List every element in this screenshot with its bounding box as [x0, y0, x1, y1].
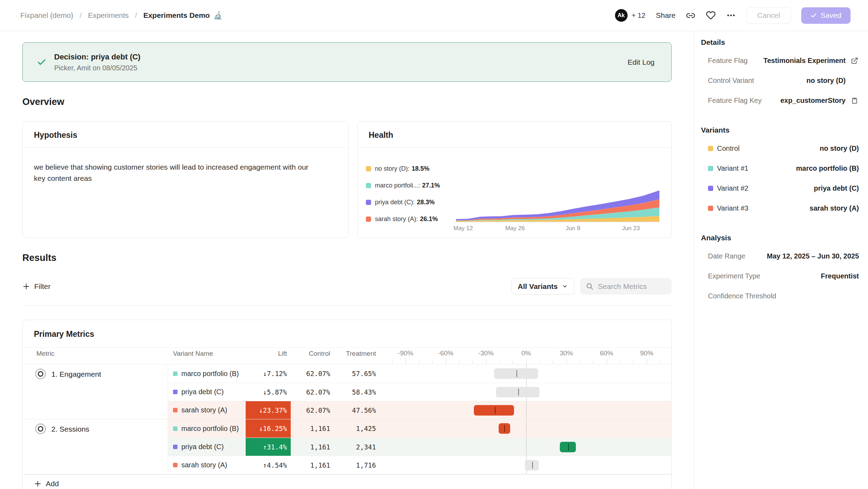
variant-name: priya debt (C) — [181, 443, 224, 451]
more-options-button[interactable] — [726, 10, 736, 20]
legend-swatch — [366, 183, 371, 188]
metrics-search[interactable] — [580, 278, 672, 295]
check-icon — [810, 12, 817, 19]
variant-swatch — [173, 408, 178, 412]
table-row[interactable]: marco portfolio (B) ↓16.25% 1,161 1,425 — [168, 419, 671, 438]
treatment-value: 1,425 — [332, 425, 377, 432]
confidence-interval-bar — [377, 401, 671, 419]
treatment-value: 47.56% — [332, 406, 377, 414]
breadcrumb-project[interactable]: Fixpanel {demo} — [20, 11, 73, 20]
details-heading: Details — [701, 38, 859, 47]
variants-heading: Variants — [701, 126, 859, 134]
share-button[interactable]: Share — [656, 11, 675, 20]
breadcrumb-separator: / — [135, 11, 137, 20]
legend-item: marco portfoli... 27.1% — [366, 177, 454, 194]
top-bar: Fixpanel {demo} / Experiments / Experime… — [0, 0, 868, 31]
analysis-heading: Analysis — [701, 234, 859, 242]
health-card: Health no story (D) 18.5% marco portfoli… — [357, 121, 672, 238]
primary-metrics-card: Primary Metrics Metric Variant Name Lift… — [22, 320, 672, 489]
treatment-value: 57.65% — [332, 370, 377, 377]
hypothesis-card: Hypothesis we believe that showing custo… — [22, 121, 349, 238]
analysis-section: Analysis Date Range May 12, 2025 – Jun 3… — [701, 234, 859, 306]
decision-title: Decision: priya debt (C) — [54, 52, 140, 62]
svg-text:May 12: May 12 — [454, 225, 473, 232]
saved-button[interactable]: Saved — [801, 7, 851, 24]
analysis-row-date-range: Date Range May 12, 2025 – Jun 30, 2025 — [701, 246, 859, 266]
edit-log-button[interactable]: Edit Log — [628, 58, 654, 66]
metric-cell[interactable]: 2. Sessions — [23, 419, 168, 474]
analysis-row-experiment-type: Experiment Type Frequentist — [701, 266, 859, 286]
table-row[interactable]: sarah story (A) ↓23.37% 62.07% 47.56% — [168, 401, 671, 419]
microscope-emoji: 🔬 — [213, 11, 222, 20]
detail-row-control-variant: Control Variant no story (D) — [701, 71, 859, 91]
plus-icon — [22, 283, 30, 290]
breadcrumb-experiments[interactable]: Experiments — [88, 11, 129, 20]
add-metric-button[interactable]: Add — [23, 474, 671, 489]
detail-row-feature-flag: Feature Flag Testimonials Experiment — [701, 51, 859, 71]
lift-value: ↑4.54% — [246, 456, 291, 474]
add-filter-button[interactable]: Filter — [22, 282, 51, 291]
legend-item: no story (D) 18.5% — [366, 160, 454, 177]
table-row[interactable]: marco portfolio (B) ↓7.12% 62.07% 57.65% — [168, 364, 671, 383]
control-value: 1,161 — [291, 425, 332, 432]
lift-axis: -90%-60%-30%0%30%60%90% — [377, 348, 671, 364]
copy-link-button[interactable] — [686, 11, 695, 20]
metric-cell[interactable]: 1. Engagement — [23, 364, 168, 419]
link-icon — [686, 11, 695, 20]
analysis-row-confidence-threshold: Confidence Threshold — [701, 286, 859, 306]
avatar[interactable]: Ak — [615, 9, 628, 22]
variant-swatch — [708, 186, 713, 191]
variant-swatch — [173, 390, 178, 394]
metric-target-icon — [35, 424, 46, 434]
table-row[interactable]: sarah story (A) ↑4.54% 1,161 1,716 — [168, 456, 671, 474]
control-value: 62.07% — [291, 370, 332, 377]
table-row[interactable]: priya debt (C) ↑31.4% 1,161 2,341 — [168, 438, 671, 456]
confidence-interval-bar — [377, 383, 671, 401]
breadcrumb-current: Experiments Demo 🔬 — [143, 11, 222, 20]
variants-filter-dropdown[interactable]: All Variants — [511, 278, 574, 295]
details-sidebar: Details Feature Flag Testimonials Experi… — [694, 31, 868, 489]
variant-name: sarah story (A) — [181, 461, 227, 469]
variant-name: priya debt (C) — [181, 388, 224, 396]
lift-value: ↑31.4% — [246, 438, 291, 456]
main-content: Decision: priya debt (C) Picker, Amit on… — [0, 31, 694, 489]
breadcrumb: Fixpanel {demo} / Experiments / Experime… — [20, 11, 223, 20]
variant-swatch — [173, 371, 178, 376]
svg-text:May 26: May 26 — [505, 225, 525, 232]
table-row[interactable]: priya debt (C) ↓5.87% 62.07% 58.43% — [168, 383, 671, 401]
health-legend: no story (D) 18.5% marco portfoli... 27.… — [366, 155, 454, 237]
column-control: Control — [291, 348, 332, 364]
variant-row-1: Variant #1 marco portfolio (B) — [701, 158, 859, 178]
external-link-icon[interactable] — [851, 57, 858, 65]
breadcrumb-separator: / — [80, 11, 82, 20]
favorite-button[interactable] — [706, 10, 716, 20]
confidence-interval-bar — [377, 456, 671, 474]
results-heading: Results — [22, 253, 672, 263]
variant-swatch — [173, 463, 178, 467]
health-exposure-chart: May 12May 26Jun 9Jun 23 — [454, 155, 661, 237]
confidence-interval-bar — [377, 438, 671, 456]
variants-section: Variants Control no story (D) Variant #1… — [701, 126, 859, 218]
variant-name: marco portfolio (B) — [181, 370, 239, 378]
clipboard-copy-icon[interactable] — [851, 97, 858, 104]
variant-swatch — [708, 206, 713, 211]
lift-value: ↓16.25% — [246, 419, 291, 438]
variant-swatch — [173, 445, 178, 449]
plus-icon — [34, 480, 42, 488]
ellipsis-icon — [726, 10, 736, 20]
cancel-button[interactable]: Cancel — [746, 7, 791, 24]
control-value: 62.07% — [291, 406, 332, 414]
legend-swatch — [366, 217, 371, 222]
lift-value: ↓5.87% — [246, 383, 291, 401]
collaborators-count[interactable]: + 12 — [632, 12, 645, 20]
metric-group-sessions: 2. Sessions marco portfolio (B) ↓16.25% … — [23, 419, 671, 474]
control-value: 1,161 — [291, 461, 332, 469]
health-title: Health — [369, 130, 393, 140]
lift-value: ↓23.37% — [246, 401, 291, 419]
primary-metrics-title: Primary Metrics — [34, 329, 94, 339]
variant-swatch — [708, 146, 713, 151]
confidence-interval-bar — [377, 419, 671, 438]
search-metrics-input[interactable] — [598, 282, 664, 291]
decision-subtitle: Picker, Amit on 08/05/2025 — [54, 64, 140, 72]
feature-flag-link[interactable]: Testimonials Experiment — [764, 57, 846, 65]
